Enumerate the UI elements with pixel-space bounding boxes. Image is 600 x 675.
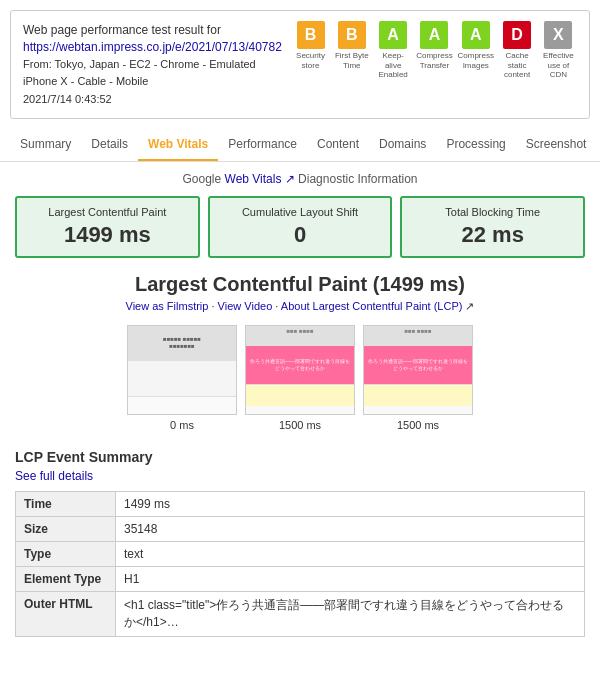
grade-col: AKeep-alive Enabled <box>374 21 411 80</box>
filmstrip-thumb: ■■■ ■■■■ 作ろう共通言語——部署間ですれ違う目線をどうやって合わせるか <box>245 325 355 415</box>
lcp-links: View as Filmstrip · View Video · About L… <box>15 300 585 313</box>
filmstrip-item: ■■■ ■■■■ 作ろう共通言語——部署間ですれ違う目線をどうやって合わせるか … <box>245 325 355 431</box>
vital-label: Largest Contentful Paint <box>27 206 188 218</box>
grade-col: BFirst Byte Time <box>333 21 370 70</box>
vital-card: Largest Contentful Paint1499 ms <box>15 196 200 258</box>
video-link[interactable]: View Video <box>218 300 273 312</box>
grade-label: First Byte Time <box>333 51 370 70</box>
grade-col: ACompress Images <box>457 21 494 70</box>
filmstrip-item: ■■■ ■■■■ 作ろう共通言語——部署間ですれ違う目線をどうやって合わせるか … <box>363 325 473 431</box>
event-summary-title: LCP Event Summary <box>15 449 585 465</box>
filmstrip-link[interactable]: View as Filmstrip <box>126 300 209 312</box>
nav-tabs: SummaryDetailsWeb VitalsPerformanceConte… <box>0 129 600 162</box>
table-row: Size35148 <box>16 516 585 541</box>
grade-badge[interactable]: D <box>503 21 531 49</box>
grade-label: Effective use of CDN <box>540 51 577 80</box>
grade-label: Security store <box>292 51 329 70</box>
grades-container: BSecurity storeBFirst Byte TimeAKeep-ali… <box>292 21 577 80</box>
nav-tab-performance[interactable]: Performance <box>218 129 307 161</box>
row-value: text <box>116 541 585 566</box>
filmstrip-thumb: ■■■ ■■■■ 作ろう共通言語——部署間ですれ違う目線をどうやって合わせるか <box>363 325 473 415</box>
vital-value: 22 ms <box>412 222 573 248</box>
table-row: Time1499 ms <box>16 491 585 516</box>
vitals-header: Google Web Vitals ↗ Diagnostic Informati… <box>15 172 585 186</box>
grade-badge[interactable]: B <box>297 21 325 49</box>
row-key: Element Type <box>16 566 116 591</box>
grade-label: Keep-alive Enabled <box>374 51 411 80</box>
grade-badge[interactable]: A <box>462 21 490 49</box>
vital-label: Cumulative Layout Shift <box>220 206 381 218</box>
grade-col: ACompress Transfer <box>416 21 453 70</box>
nav-tab-screenshot[interactable]: Screenshot <box>516 129 597 161</box>
grade-badge[interactable]: A <box>420 21 448 49</box>
lcp-title: Largest Contentful Paint (1499 ms) <box>15 273 585 296</box>
grade-badge[interactable]: B <box>338 21 366 49</box>
page-url[interactable]: https://webtan.impress.co.jp/e/2021/07/1… <box>23 40 282 54</box>
test-date: 2021/7/14 0:43:52 <box>23 91 282 108</box>
vital-card: Total Blocking Time22 ms <box>400 196 585 258</box>
row-key: Outer HTML <box>16 591 116 636</box>
page-title: Web page performance test result for <box>23 21 282 39</box>
filmstrip: ■■■■■ ■■■■■■■■■■■■ 0 ms ■■■ ■■■■ 作ろう共通言語… <box>15 325 585 431</box>
row-key: Size <box>16 516 116 541</box>
vital-value: 0 <box>220 222 381 248</box>
nav-tab-domains[interactable]: Domains <box>369 129 436 161</box>
grade-badge[interactable]: A <box>379 21 407 49</box>
grade-col: XEffective use of CDN <box>540 21 577 80</box>
nav-tab-details[interactable]: Details <box>81 129 138 161</box>
filmstrip-time: 0 ms <box>170 419 194 431</box>
vital-card: Cumulative Layout Shift0 <box>208 196 393 258</box>
row-key: Time <box>16 491 116 516</box>
about-lcp-link[interactable]: About Largest Contentful Paint (LCP) <box>281 300 463 312</box>
web-vitals-section: Google Web Vitals ↗ Diagnostic Informati… <box>0 162 600 449</box>
vitals-grid: Largest Contentful Paint1499 msCumulativ… <box>15 196 585 258</box>
sub-info: From: Tokyo, Japan - EC2 - Chrome - Emul… <box>23 56 282 89</box>
lcp-event-section: LCP Event Summary See full details Time1… <box>0 449 600 652</box>
table-row: Outer HTML<h1 class="title">作ろう共通言語——部署間… <box>16 591 585 636</box>
web-vitals-link[interactable]: Web Vitals ↗ <box>225 172 295 186</box>
row-value: 35148 <box>116 516 585 541</box>
filmstrip-time: 1500 ms <box>279 419 321 431</box>
vital-label: Total Blocking Time <box>412 206 573 218</box>
grade-col: BSecurity store <box>292 21 329 70</box>
grade-label: Compress Images <box>457 51 494 70</box>
nav-tab-content[interactable]: Content <box>307 129 369 161</box>
top-row: Web page performance test result for htt… <box>23 21 577 108</box>
top-info: Web page performance test result for htt… <box>23 21 282 108</box>
filmstrip-thumb: ■■■■■ ■■■■■■■■■■■■ <box>127 325 237 415</box>
grade-col: DCache static content <box>498 21 535 80</box>
row-value: 1499 ms <box>116 491 585 516</box>
row-key: Type <box>16 541 116 566</box>
filmstrip-time: 1500 ms <box>397 419 439 431</box>
nav-tab-web-vitals[interactable]: Web Vitals <box>138 129 218 161</box>
see-details-link[interactable]: See full details <box>15 469 585 483</box>
top-section: Web page performance test result for htt… <box>10 10 590 119</box>
nav-tab-processing[interactable]: Processing <box>436 129 515 161</box>
row-value: <h1 class="title">作ろう共通言語——部署間ですれ違う目線をどう… <box>116 591 585 636</box>
details-table: Time1499 msSize35148TypetextElement Type… <box>15 491 585 637</box>
grade-badge[interactable]: X <box>544 21 572 49</box>
table-row: Element TypeH1 <box>16 566 585 591</box>
table-row: Typetext <box>16 541 585 566</box>
nav-tab-summary[interactable]: Summary <box>10 129 81 161</box>
grade-label: Compress Transfer <box>416 51 453 70</box>
nav-tab-image-analysis[interactable]: Image Analysis ↗ <box>596 129 600 161</box>
filmstrip-item: ■■■■■ ■■■■■■■■■■■■ 0 ms <box>127 325 237 431</box>
vital-value: 1499 ms <box>27 222 188 248</box>
grade-label: Cache static content <box>498 51 535 80</box>
row-value: H1 <box>116 566 585 591</box>
